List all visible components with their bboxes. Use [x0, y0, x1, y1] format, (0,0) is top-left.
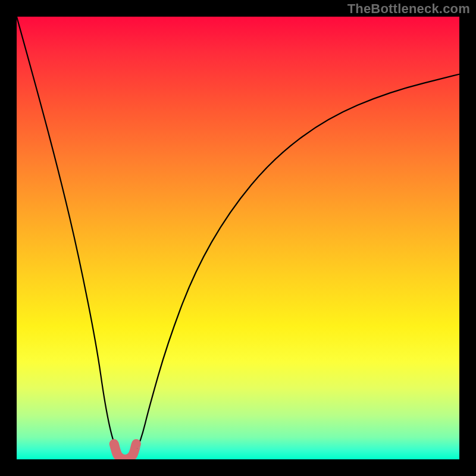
minimum-highlight-path: [114, 444, 136, 459]
plot-area: [17, 17, 459, 459]
chart-svg: [17, 17, 459, 459]
outer-frame: TheBottleneck.com: [0, 0, 476, 476]
bottleneck-curve-path: [17, 17, 459, 459]
watermark-text: TheBottleneck.com: [347, 1, 470, 17]
